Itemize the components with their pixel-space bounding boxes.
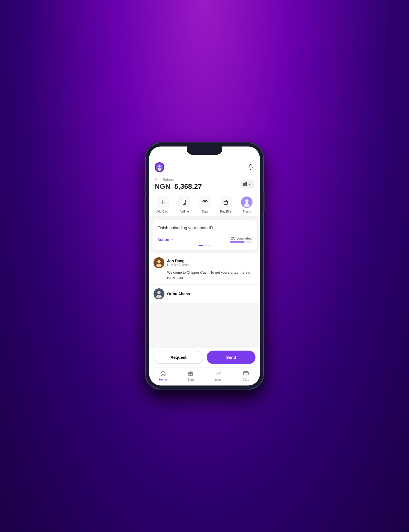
bottom-actions: Request Send (149, 348, 260, 367)
phone-icon (178, 196, 190, 208)
bar-1 (243, 183, 245, 186)
dot-2 (204, 245, 207, 246)
svg-point-8 (245, 199, 248, 203)
balance-section: Your Balance NGN 5,368.27 (149, 175, 260, 195)
action-data[interactable]: Data (199, 196, 211, 213)
balance-amount: NGN 5,368.27 (155, 182, 202, 191)
svg-point-11 (157, 260, 161, 263)
trending-up-icon (215, 370, 222, 377)
pay-bills-label: Pay Bills (220, 210, 231, 213)
progress-text: 2/3 completed (231, 237, 252, 240)
feed-item-header-jon: Jon Dang Nov 8 • 7:18am (154, 257, 255, 268)
dot-1 (199, 245, 203, 246)
bottom-nav: Home Earn (149, 367, 260, 385)
action-add-cash[interactable]: Add Cash (156, 196, 169, 213)
nav-item-home[interactable]: Home (155, 370, 171, 381)
shopping-bag-icon (220, 196, 232, 208)
bell-icon[interactable] (247, 163, 254, 171)
nav-label-home: Home (159, 378, 167, 381)
balance-toggle[interactable] (240, 180, 254, 189)
action-pay-bills[interactable]: Pay Bills (220, 196, 232, 213)
svg-rect-18 (243, 372, 248, 375)
card-banner-footer: Action → 2/3 completed (157, 237, 252, 243)
balance-currency: NGN (155, 182, 170, 190)
credit-card-icon (242, 370, 249, 377)
card-banner-text: Finish uploading your photo ID. (157, 225, 252, 230)
scroll-content: Finish uploading your photo ID. Action →… (149, 217, 260, 348)
send-button[interactable]: Send (207, 351, 255, 364)
card-banner: Finish uploading your photo ID. Action →… (152, 220, 257, 250)
feed-meta-jon: Jon Dang Nov 8 • 7:18am (167, 259, 190, 267)
svg-rect-6 (224, 201, 228, 204)
quick-actions: Add Cash Airtime (149, 195, 260, 217)
svg-point-14 (157, 291, 161, 294)
feed-avatar-orinu (154, 288, 164, 299)
request-button[interactable]: Request (154, 351, 203, 364)
bars-icon (243, 182, 247, 186)
svg-point-15 (156, 295, 162, 298)
svg-point-1 (158, 165, 161, 168)
spacer (149, 304, 260, 309)
dots-indicator (157, 245, 252, 246)
feed-meta-orinu: Orinu Abana (167, 292, 190, 296)
action-airtime[interactable]: Airtime (178, 196, 190, 213)
svg-point-5 (205, 204, 205, 204)
progress-info: 2/3 completed (230, 237, 252, 243)
airtime-label: Airtime (180, 210, 189, 213)
plus-icon (157, 196, 169, 208)
progress-bar-fill (230, 241, 244, 243)
dot-3 (208, 245, 210, 246)
phone-screen: Your Balance NGN 5,368.27 (149, 147, 260, 385)
wifi-icon (199, 196, 211, 208)
add-cash-label: Add Cash (156, 210, 169, 213)
feed-item-orinu: Orinu Abana (149, 285, 260, 303)
svg-point-9 (244, 203, 249, 207)
action-link[interactable]: Action → (157, 237, 174, 242)
gift-icon (187, 370, 194, 377)
nav-item-invest[interactable]: Invest (210, 370, 227, 381)
balance-label: Your Balance (155, 178, 202, 182)
bar-2 (245, 182, 247, 186)
balance-value: 5,368.27 (174, 182, 202, 190)
header (149, 160, 260, 175)
progress-bar-track (230, 241, 252, 243)
nav-label-invest: Invest (214, 378, 222, 381)
feed-time-jon: Nov 8 • 7:18am (167, 263, 190, 267)
feed-item-header-orinu: Orinu Abana (154, 288, 255, 299)
data-label: Data (202, 210, 208, 213)
chevron-icon (248, 182, 252, 186)
jimmy-avatar (241, 196, 253, 208)
jimmy-label: Jimmy (242, 210, 251, 213)
nav-label-card: Card (243, 378, 249, 381)
avatar[interactable] (155, 162, 164, 172)
nav-item-earn[interactable]: Earn (182, 370, 199, 381)
svg-point-2 (158, 168, 161, 171)
svg-point-12 (156, 264, 162, 267)
nav-label-earn: Earn (188, 378, 194, 381)
feed-section: Jon Dang Nov 8 • 7:18am Welcome to Chipp… (149, 253, 260, 303)
feed-name-jon: Jon Dang (167, 259, 190, 263)
feed-item-jon: Jon Dang Nov 8 • 7:18am Welcome to Chipp… (149, 253, 260, 285)
action-jimmy[interactable]: Jimmy (241, 196, 253, 213)
app-content: Your Balance NGN 5,368.27 (149, 147, 260, 385)
nav-item-card[interactable]: Card (238, 370, 254, 381)
feed-name-orinu: Orinu Abana (167, 292, 190, 296)
svg-point-4 (184, 203, 185, 204)
feed-avatar-jon (154, 257, 164, 268)
home-icon (160, 370, 167, 377)
phone-notch (187, 147, 222, 155)
feed-message-jon: Welcome to Chipper Cash! To get you star… (154, 270, 255, 280)
